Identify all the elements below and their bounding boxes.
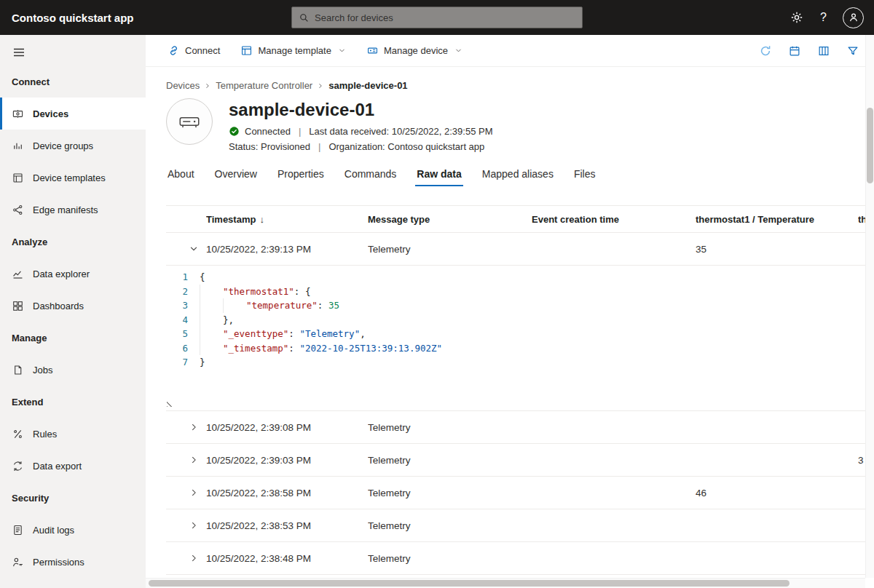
column-header-message-type[interactable]: Message type — [368, 214, 532, 225]
menu-icon[interactable] — [12, 45, 26, 60]
cell-message-type: Telemetry — [368, 244, 532, 255]
table-row[interactable]: 10/25/2022, 2:38:48 PMTelemetry — [166, 542, 865, 575]
row-expand-button[interactable] — [166, 542, 206, 574]
raw-data-table: Timestamp↓Message typeEvent creation tim… — [166, 205, 865, 575]
table-row[interactable]: 10/25/2022, 2:39:03 PMTelemetry3 — [166, 444, 865, 477]
manage-template-button[interactable]: Manage template — [240, 44, 345, 57]
table-row[interactable]: 10/25/2022, 2:38:53 PMTelemetry — [166, 509, 865, 542]
audit-logs-icon — [12, 524, 24, 536]
sidebar-item-rules[interactable]: Rules — [0, 418, 146, 450]
cell-message-type: Telemetry — [368, 488, 532, 498]
filter-icon[interactable] — [846, 44, 859, 57]
sidebar-item-label: Data explorer — [33, 269, 90, 279]
tab-commands[interactable]: Commands — [343, 164, 398, 186]
column-header-th[interactable]: th — [858, 214, 865, 225]
column-header-event-creation-time[interactable]: Event creation time — [532, 214, 696, 225]
sidebar-item-permissions[interactable]: Permissions — [0, 546, 146, 578]
tab-overview[interactable]: Overview — [213, 164, 259, 186]
line-number: 6 — [166, 341, 200, 356]
table-row[interactable]: 10/25/2022, 2:39:13 PMTelemetry35 — [166, 233, 865, 266]
sidebar-item-dashboards[interactable]: Dashboards — [0, 290, 146, 322]
row-expand-button[interactable] — [166, 233, 206, 265]
sidebar-item-device-templates[interactable]: Device templates — [0, 162, 146, 194]
edge-manifests-icon — [12, 204, 24, 216]
sidebar-item-label: Jobs — [33, 365, 52, 376]
code-line: 1{ — [166, 270, 865, 285]
sidebar-nav: ConnectDevicesDevice groupsDevice templa… — [0, 65, 146, 578]
row-expand-button[interactable] — [166, 411, 206, 443]
search-input[interactable] — [315, 12, 575, 23]
sidebar: ConnectDevicesDevice groupsDevice templa… — [0, 35, 146, 588]
row-expand-button[interactable] — [166, 444, 206, 476]
table-row[interactable]: 10/25/2022, 2:38:58 PMTelemetry46 — [166, 477, 865, 509]
column-options-icon[interactable] — [817, 44, 830, 57]
top-app-bar: Contoso quickstart app ? — [0, 0, 874, 35]
connect-button[interactable]: Connect — [168, 44, 220, 57]
chevron-down-icon — [338, 47, 346, 55]
code-line: 2"thermostat1": { — [166, 285, 865, 299]
code-text: { — [200, 270, 205, 285]
devices-icon — [12, 108, 24, 120]
code-text: } — [200, 355, 205, 370]
json-token-key: "thermostat1" — [223, 285, 294, 299]
separator: | — [318, 141, 320, 152]
horizontal-scrollbar[interactable] — [146, 578, 865, 588]
device-groups-icon — [12, 140, 24, 152]
breadcrumb-item-temperature-controller[interactable]: Temperature Controller — [216, 80, 312, 91]
sidebar-item-audit-logs[interactable]: Audit logs — [0, 514, 146, 546]
sidebar-item-devices[interactable]: Devices — [0, 98, 146, 130]
main-content: Connect Manage template Manage device De… — [146, 35, 874, 588]
indent-guide — [200, 327, 223, 341]
tab-files[interactable]: Files — [572, 164, 597, 186]
row-expand-button[interactable] — [166, 509, 206, 541]
rules-icon — [12, 428, 24, 440]
code-line: 4}, — [166, 313, 865, 327]
cell-message-type: Telemetry — [368, 455, 532, 466]
sidebar-item-label: Device templates — [33, 172, 106, 183]
vertical-scrollbar-thumb[interactable] — [867, 108, 873, 183]
manage-device-button[interactable]: Manage device — [366, 44, 462, 57]
sidebar-item-label: Dashboards — [33, 301, 84, 311]
gear-icon[interactable] — [790, 10, 804, 25]
cell-timestamp: 10/25/2022, 2:38:48 PM — [206, 553, 368, 564]
manage-device-icon — [366, 44, 379, 57]
table-row[interactable]: 10/25/2022, 2:39:08 PMTelemetry — [166, 411, 865, 444]
sidebar-item-label: Device groups — [33, 140, 93, 151]
breadcrumb-item-devices[interactable]: Devices — [166, 80, 200, 91]
avatar[interactable] — [843, 7, 864, 28]
last-data-received: Last data received: 10/25/2022, 2:39:55 … — [309, 126, 492, 137]
chevron-right-icon — [189, 488, 199, 498]
column-label: thermostat1 / Temperature — [696, 214, 814, 225]
code-text: "temperature": 35 — [200, 298, 339, 313]
row-expand-button[interactable] — [166, 477, 206, 509]
sort-desc-icon: ↓ — [259, 214, 264, 225]
breadcrumb-chevron-icon — [317, 82, 324, 90]
help-icon[interactable]: ? — [820, 11, 827, 24]
indent-guide — [223, 298, 246, 313]
indent-guide — [200, 341, 223, 356]
horizontal-scrollbar-thumb[interactable] — [149, 580, 790, 587]
sidebar-item-jobs[interactable]: Jobs — [0, 354, 146, 386]
indent-guide — [200, 285, 223, 299]
chevron-right-icon — [189, 455, 199, 465]
vertical-scrollbar[interactable] — [865, 35, 874, 578]
resize-handle[interactable] — [167, 399, 175, 407]
sidebar-item-edge-manifests[interactable]: Edge manifests — [0, 194, 146, 226]
sidebar-item-data-explorer[interactable]: Data explorer — [0, 258, 146, 290]
sidebar-item-label: Devices — [33, 108, 68, 119]
sidebar-item-data-export[interactable]: Data export — [0, 450, 146, 482]
tab-mapped-aliases[interactable]: Mapped aliases — [481, 164, 555, 186]
sidebar-item-device-groups[interactable]: Device groups — [0, 130, 146, 162]
line-number: 4 — [166, 313, 200, 327]
manage-device-label: Manage device — [384, 45, 448, 56]
tab-about[interactable]: About — [166, 164, 196, 186]
code-line: 3"temperature": 35 — [166, 298, 865, 313]
column-header-thermostat1-temperature[interactable]: thermostat1 / Temperature — [696, 214, 858, 225]
refresh-icon[interactable] — [759, 44, 772, 57]
sidebar-section-analyze: Analyze — [0, 226, 146, 258]
column-header-timestamp[interactable]: Timestamp↓ — [206, 214, 368, 225]
tab-raw-data[interactable]: Raw data — [415, 164, 462, 186]
tab-properties[interactable]: Properties — [276, 164, 326, 186]
calendar-icon[interactable] — [788, 44, 801, 57]
line-number: 1 — [166, 270, 200, 285]
